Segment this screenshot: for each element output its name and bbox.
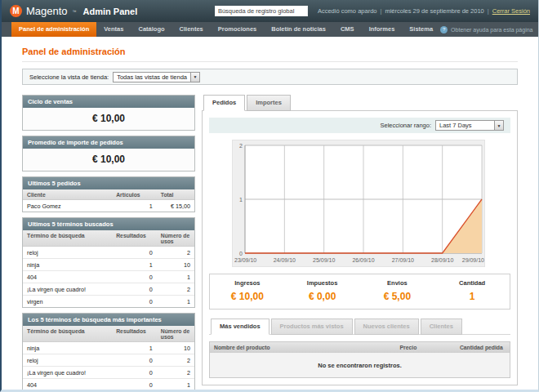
cell-term: 404 [23,379,112,390]
svg-text:27/09/10: 27/09/10 [392,257,414,263]
svg-text:1: 1 [239,197,243,203]
stat: Ingresos € 10,00 [210,279,285,303]
nav-item[interactable]: CMS [333,22,362,37]
nav-item-label: Catálogo [138,25,164,33]
nav-item-label: Panel de administración [19,25,89,33]
cell-uses: 2 [157,354,194,366]
store-view-switcher: Seleccione la vista de tienda: Todas las… [22,69,518,85]
stat: Impuestos € 0,00 [285,279,360,303]
table-row[interactable]: 404 0 1 [23,271,194,283]
column-header: Cliente [23,189,112,199]
logout-link[interactable]: Cerrar Sesión [492,7,530,15]
content-area: Panel de administración Seleccione la vi… [2,37,538,392]
nav-item[interactable]: Informes [362,22,403,37]
stat: Envios € 5,00 [360,279,435,303]
bottom-tab[interactable]: Nuevos clientes [354,318,419,335]
table-row[interactable]: ninja 1 10 [23,259,194,271]
cell-results: 1 [112,342,157,354]
average-orders-widget: Promedio de importe de pedidos € 10,00 [22,136,195,172]
column-header: Número de usos [157,326,194,341]
nav-item[interactable]: Boletín de noticias [264,22,333,37]
table-row[interactable]: ninja 1 10 [23,342,194,354]
column-header: Total [157,189,194,199]
stat-label: Cantidad [434,279,510,287]
table-row[interactable]: Paco Gomez 1 € 15,00 [23,200,194,212]
help-icon: ? [440,26,448,33]
column-header: Resultados [112,326,157,341]
cell-items: 1 [112,200,157,212]
column-header: Término de búsqueda [23,230,112,246]
tab[interactable]: Importes [247,95,291,111]
empty-message: No se encontraron registros. [210,353,510,377]
cell-total: € 15,00 [157,200,194,212]
tab-label: Pedidos [212,99,236,106]
stat-label: Ingresos [210,279,285,287]
cell-results: 0 [112,354,157,366]
svg-text:25/09/10: 25/09/10 [313,257,335,263]
orders-chart: 01223/09/1024/09/1025/09/1026/09/1027/09… [232,140,485,267]
nav-item-label: Informes [369,25,395,33]
nav-item[interactable]: Ventas [96,22,131,37]
main-nav: Panel de administraciónVentasCatálogoCli… [2,22,538,37]
stat: Cantidad 1 [434,279,510,303]
separator: | [488,7,489,15]
svg-text:2: 2 [239,143,243,149]
trademark-mark: ™ [73,9,77,14]
help-link[interactable]: ? Obtener ayuda para esta página [440,22,532,37]
svg-text:23/09/10: 23/09/10 [234,257,256,263]
stat-value: € 10,00 [231,291,264,302]
cell-term: reloj [23,247,112,258]
column-header: Precio [396,342,456,352]
bottom-tab[interactable]: Clientes [421,318,462,335]
cell-uses: 2 [157,283,194,295]
dropdown-arrow-icon: ▼ [494,121,503,130]
nav-item[interactable]: Clientes [172,22,211,37]
table-row[interactable]: reloj 0 2 [23,247,194,259]
last-search-terms-widget: Ultimos 5 términos buscados Término de b… [22,217,195,308]
widget-title: Promedio de importe de pedidos [23,136,194,149]
range-select[interactable]: Last 7 Days ▼ [435,120,504,131]
cell-results: 0 [112,283,157,295]
table-row[interactable]: 404 0 1 [23,379,194,391]
widget-title: Ultimos 5 términos buscados [23,218,194,230]
store-view-select[interactable]: Todas las vistas de tienda ▼ [113,72,200,82]
svg-text:29/09/10: 29/09/10 [462,257,484,263]
global-search-input[interactable] [215,6,308,16]
cell-results: 0 [112,296,157,307]
nav-item[interactable]: Catálogo [131,22,172,37]
help-label: Obtener ayuda para esta página [451,27,532,33]
cell-term: 404 [23,271,112,283]
stat-value: € 0,00 [309,291,336,302]
nav-item[interactable]: Panel de administración [11,22,96,37]
bottom-tab-label: Clientes [430,323,453,330]
table-row[interactable]: ¡La virgen que cuadro! 0 2 [23,367,194,379]
cell-uses: 1 [157,271,194,283]
column-header: Resultados [112,230,157,246]
nav-item[interactable]: Sistema [402,22,440,37]
nav-item-label: Boletín de noticias [271,25,326,33]
table-row[interactable]: ¡La virgen que cuadro! 0 2 [23,283,194,296]
range-bar: Seleccionar rango: Last 7 Days ▼ [209,118,510,133]
table-row[interactable]: reloj 0 2 [23,354,194,367]
table-row[interactable]: virgen 0 1 [23,296,194,307]
widget-title: Ultimos 5 pedidos [23,177,194,189]
nav-item-label: Clientes [180,25,203,33]
brand-name: Magento [26,5,68,17]
widget-title: Ciclo de ventas [23,96,194,108]
cell-uses: 2 [157,247,194,258]
nav-item[interactable]: Promociones [211,22,265,37]
svg-text:0: 0 [239,251,243,256]
cell-uses: 10 [157,259,194,270]
cell-results: 0 [112,247,157,258]
bottom-tab[interactable]: Más vendidos [211,318,270,335]
magento-logo-icon: M [10,5,22,17]
average-orders-value: € 10,00 [23,149,194,171]
bottom-tab[interactable]: Productos más vistos [271,318,353,335]
magento-admin-screen: M Magento ™ Admin Panel Accedió como apa… [0,0,539,392]
range-value: Last 7 Days [436,121,475,130]
widget-title: Los 5 términos de búsqueda más important… [23,314,194,326]
column-header: Cantidad pedida [456,342,510,352]
column-header: Artículos [112,189,157,199]
tab[interactable]: Pedidos [203,95,245,111]
cell-uses: 2 [157,367,194,378]
